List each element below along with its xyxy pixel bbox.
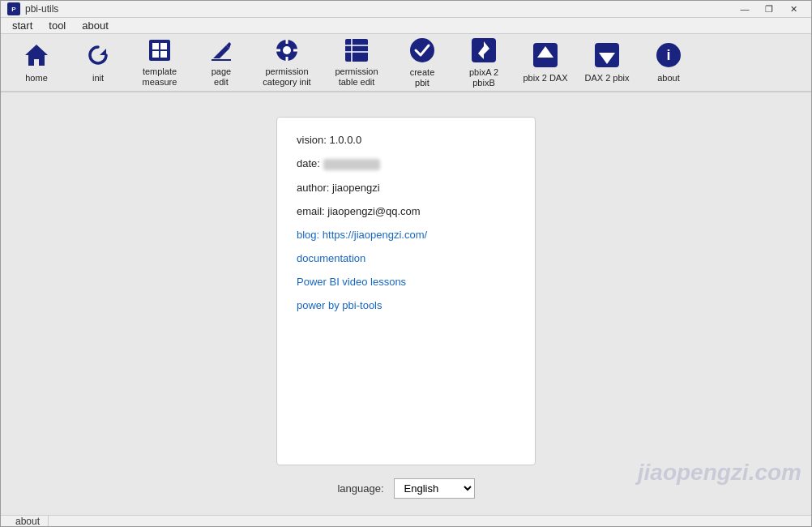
video-row: Power BI video lessons	[297, 276, 515, 288]
toolbar-permission-tbl-label: permissiontable edit	[335, 66, 378, 88]
maximize-button[interactable]: ❐	[758, 1, 780, 17]
window-title: pbi-utils	[25, 3, 733, 15]
svg-rect-13	[286, 57, 288, 61]
toolbar-page-edit-button[interactable]: pageedit	[192, 34, 250, 91]
create-pbit-icon	[408, 36, 437, 64]
toolbar-permission-cat-label: permissioncategory init	[263, 66, 310, 88]
template-measure-icon	[145, 37, 174, 63]
svg-text:P: P	[11, 6, 16, 13]
toolbar-template-measure-label: templatemeasure	[143, 66, 177, 88]
svg-rect-5	[152, 43, 159, 49]
svg-point-11	[283, 46, 291, 54]
blog-row: blog: https://jiaopengzi.com/	[297, 229, 515, 241]
page-edit-icon	[207, 37, 236, 63]
toolbar-pbix-2-dax-button[interactable]: pbix 2 DAX	[516, 34, 575, 91]
status-about: about	[7, 516, 49, 527]
svg-rect-4	[149, 40, 170, 61]
toolbar-dax-2-pbix-label: DAX 2 pbix	[584, 73, 629, 84]
toolbar-create-pbit-label: createpbit	[410, 67, 435, 88]
pbi-tools-row: power by pbi-tools	[297, 299, 515, 311]
toolbar-init-button[interactable]: init	[69, 34, 127, 91]
date-value-blurred	[323, 159, 380, 170]
toolbar-about-label: about	[657, 73, 680, 84]
menu-about[interactable]: about	[74, 18, 117, 33]
svg-point-20	[410, 38, 434, 62]
language-select[interactable]: English 中文	[394, 478, 475, 499]
svg-marker-3	[100, 49, 106, 55]
toolbar-home-label: home	[25, 73, 48, 84]
about-panel: vision: 1.0.0.0 date: author: jiaopengzi…	[276, 117, 536, 465]
svg-rect-14	[276, 49, 280, 51]
svg-rect-7	[152, 51, 159, 58]
toolbar-pbixa-2-pbixb-label: pbixA 2 pbixB	[458, 67, 510, 88]
pbix-2-dax-icon	[531, 41, 560, 70]
email-row: email: jiaopengzi@qq.com	[297, 205, 515, 217]
toolbar-page-edit-label: pageedit	[212, 66, 231, 88]
menu-bar: start tool about	[1, 18, 811, 34]
close-button[interactable]: ✕	[782, 1, 805, 17]
permission-table-edit-icon	[342, 37, 371, 63]
documentation-row: documentation	[297, 252, 515, 264]
language-label: language:	[337, 482, 383, 495]
toolbar-about-button[interactable]: i about	[639, 34, 698, 91]
documentation-link[interactable]: documentation	[297, 252, 515, 264]
main-content: vision: 1.0.0.0 date: author: jiaopengzi…	[1, 92, 811, 515]
toolbar-about-icon: i	[654, 41, 683, 70]
home-icon	[22, 41, 51, 70]
minimize-button[interactable]: —	[733, 1, 756, 17]
toolbar-dax-2-pbix-button[interactable]: DAX 2 pbix	[578, 34, 636, 91]
toolbar-permission-cat-button[interactable]: permissioncategory init	[254, 34, 320, 91]
toolbar-init-label: init	[92, 73, 104, 84]
toolbar: home init templatemeasure	[1, 34, 811, 92]
watermark: jiaopengzi.com	[638, 460, 801, 486]
status-bar: about	[1, 515, 811, 527]
blog-link[interactable]: blog: https://jiaopengzi.com/	[297, 229, 515, 241]
author-row: author: jiaopengzi	[297, 182, 515, 194]
pbi-tools-link[interactable]: power by pbi-tools	[297, 299, 515, 311]
svg-text:i: i	[666, 47, 670, 63]
toolbar-permission-tbl-button[interactable]: permissiontable edit	[323, 34, 390, 91]
svg-rect-16	[345, 39, 368, 62]
toolbar-template-measure-button[interactable]: templatemeasure	[130, 34, 189, 91]
init-icon	[83, 41, 113, 70]
svg-rect-15	[293, 49, 297, 51]
dax-2-pbix-icon	[592, 41, 622, 70]
toolbar-pbixa-2-pbixb-button[interactable]: pbixA 2 pbixB	[455, 34, 513, 91]
version-row: vision: 1.0.0.0	[297, 134, 515, 146]
svg-rect-6	[160, 43, 167, 49]
toolbar-home-button[interactable]: home	[7, 34, 66, 91]
toolbar-pbix-2-dax-label: pbix 2 DAX	[523, 73, 567, 84]
date-row: date:	[297, 157, 515, 170]
title-bar: P pbi-utils — ❐ ✕	[1, 1, 811, 18]
menu-tool[interactable]: tool	[41, 18, 74, 33]
permission-category-init-icon	[272, 37, 301, 63]
language-bar: language: English 中文	[337, 478, 474, 499]
window-controls: — ❐ ✕	[733, 1, 805, 17]
toolbar-create-pbit-button[interactable]: createpbit	[393, 34, 451, 91]
svg-marker-2	[25, 45, 48, 66]
menu-start[interactable]: start	[4, 18, 41, 33]
app-icon: P	[7, 2, 20, 15]
svg-rect-8	[160, 51, 167, 58]
pbixa-2-pbixb-icon	[469, 36, 498, 64]
video-link[interactable]: Power BI video lessons	[297, 276, 515, 288]
svg-rect-12	[286, 40, 288, 44]
